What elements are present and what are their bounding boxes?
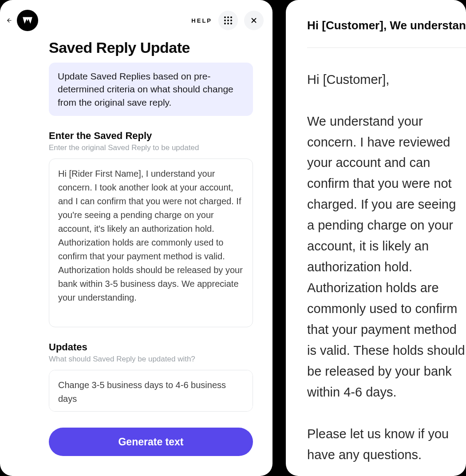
editor-panel: HELP Saved Reply Update Update Saved Rep…	[0, 0, 272, 476]
updates-input[interactable]	[49, 370, 253, 412]
apps-button[interactable]	[218, 11, 238, 30]
page-title: Saved Reply Update	[49, 39, 253, 56]
back-button[interactable]	[5, 16, 13, 24]
generate-button[interactable]: Generate text	[49, 428, 253, 456]
topbar-right: HELP	[191, 11, 264, 30]
grid-icon	[224, 16, 232, 24]
logo-icon	[22, 15, 33, 26]
saved-reply-input[interactable]	[49, 159, 253, 327]
topbar-left	[5, 10, 38, 31]
preview-subject: Hi [Customer], We understand your concer…	[307, 19, 466, 32]
updates-label: Updates	[49, 341, 253, 353]
preview-divider	[307, 48, 466, 48]
saved-reply-label: Enter the Saved Reply	[49, 130, 253, 142]
editor-content: Saved Reply Update Update Saved Replies …	[0, 39, 272, 465]
preview-body: Hi [Customer], We understand your concer…	[307, 69, 466, 465]
saved-reply-sublabel: Enter the original Saved Reply to be upd…	[49, 143, 253, 152]
close-button[interactable]	[244, 11, 264, 30]
topbar: HELP	[0, 10, 272, 31]
arrow-left-icon	[6, 17, 12, 24]
help-link[interactable]: HELP	[191, 17, 212, 24]
close-icon	[250, 16, 258, 24]
app-logo[interactable]	[17, 10, 38, 31]
info-box: Update Saved Replies based on pre-determ…	[49, 63, 253, 116]
updates-sublabel: What should Saved Reply be updated with?	[49, 355, 253, 364]
preview-panel: Hi [Customer], We understand your concer…	[286, 0, 466, 476]
